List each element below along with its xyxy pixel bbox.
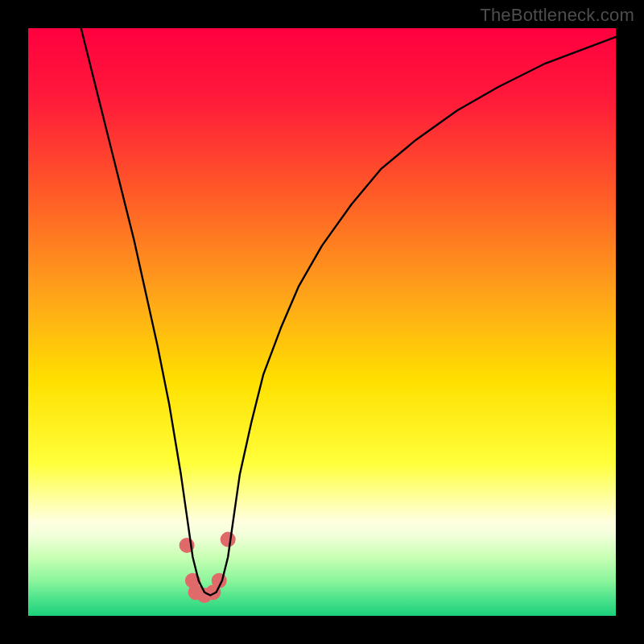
- chart-frame: TheBottleneck.com: [0, 0, 644, 644]
- bottleneck-chart: [28, 28, 616, 616]
- gradient-background: [28, 28, 616, 616]
- watermark-text: TheBottleneck.com: [480, 5, 634, 26]
- curve-marker: [221, 532, 236, 547]
- plot-area: [28, 28, 616, 616]
